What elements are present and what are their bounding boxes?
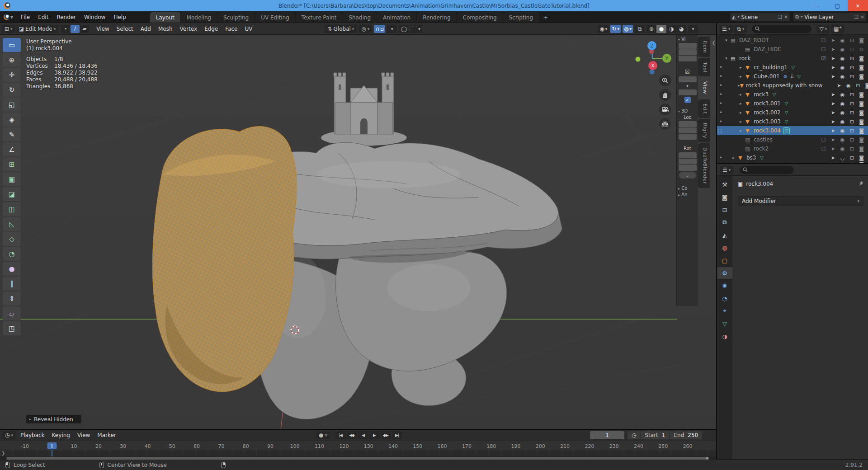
operator-panel[interactable]: ▸ Reveal Hidden — [26, 414, 82, 424]
selectability-icon[interactable]: ➤ — [828, 119, 838, 125]
outliner-filter-button[interactable]: ▽▾ — [816, 25, 830, 33]
tab-object-data[interactable]: ▽ — [717, 318, 732, 329]
jump-end-button[interactable]: ▶| — [392, 431, 402, 439]
zoom-button[interactable] — [659, 75, 671, 86]
viewport-canvas[interactable]: User Perspective (1) rock3.004 Objects1/… — [0, 35, 716, 429]
collection-checkbox[interactable] — [819, 38, 828, 43]
selectability-icon[interactable]: ➤ — [828, 65, 838, 70]
tool-bevel[interactable]: ◪ — [3, 187, 21, 201]
delete-scene-button[interactable]: × — [784, 14, 788, 20]
tool-cursor[interactable]: ⊕ — [3, 53, 21, 67]
outliner-row[interactable]: • ⛶ DAZ_ROOT ⚙ ⠿ ▽ ➤ — [717, 36, 868, 45]
auto-keyframe-button[interactable]: ●▾ — [316, 432, 330, 439]
timeline-editor-type-button[interactable]: ◷▾ — [2, 431, 16, 439]
timeline-ruler[interactable]: -101020304050607080901001101201301401501… — [0, 441, 716, 451]
tool-scale[interactable]: ◱ — [3, 98, 21, 112]
jump-start-button[interactable]: |◀ — [335, 431, 346, 439]
sidebar-field[interactable] — [679, 89, 697, 95]
tool-annotate[interactable]: ✎ — [3, 127, 21, 141]
play-reverse-button[interactable]: ◀ — [358, 431, 368, 439]
workspace-tab[interactable]: Modeling — [181, 12, 218, 23]
expand-icon[interactable] — [738, 110, 744, 115]
location-y-field[interactable] — [679, 127, 697, 133]
render-disable-icon[interactable] — [857, 74, 866, 80]
tool-rotate[interactable]: ↻ — [3, 83, 21, 97]
collection-checkbox[interactable] — [819, 47, 828, 52]
tool-smooth[interactable]: ● — [3, 262, 21, 276]
viewport-disable-icon[interactable]: ⊡ — [847, 47, 857, 52]
location-x-field[interactable] — [679, 121, 697, 127]
tool-knife[interactable]: ◺ — [3, 217, 21, 231]
tool-shear[interactable]: ▱ — [3, 306, 21, 320]
outliner-row[interactable]: • ⛶ rock3.004 ⚙ ⠿ ▽ ➤ — [717, 126, 868, 135]
render-disable-icon[interactable] — [857, 65, 866, 70]
outliner-row[interactable]: • ⛶ bs3 ⚙ ⠿ ▽ ➤ ⊡ — [717, 153, 868, 162]
menu-item[interactable]: Edit — [34, 11, 52, 23]
outliner-display-mode-button[interactable]: ☰▾ — [719, 25, 733, 33]
panel-view-header[interactable]: Vi — [681, 37, 685, 42]
visibility-eye-icon[interactable] — [838, 119, 847, 125]
render-disable-icon[interactable] — [857, 47, 866, 52]
minimize-button[interactable]: — — [807, 0, 827, 11]
outliner-row[interactable]: • ⛶ rock ⚙ ⠿ ▽ ➤ ⊡ — [717, 54, 868, 63]
xray-toggle[interactable]: ⧉ — [635, 25, 645, 33]
show-gizmo-toggle[interactable]: ↻ ▾ — [610, 25, 621, 33]
snap-settings-dropdown[interactable]: ▾ — [387, 25, 397, 33]
view-layer-selector[interactable]: ⧉ ▾ View Layer ❏ × — [793, 13, 866, 21]
outliner-row[interactable]: • ⛶ rock3 ⚙ ⠿ ▽ ➤ ⊡ — [717, 90, 868, 99]
scene-selector[interactable]: ◭ ▾ Scene ❏ × — [730, 13, 790, 21]
shading-dropdown[interactable]: ▾ — [688, 25, 698, 33]
tab-object[interactable]: ▢ — [717, 254, 732, 266]
maximize-button[interactable]: ▢ — [827, 0, 848, 11]
visibility-eye-icon[interactable] — [838, 92, 847, 98]
sidebar-field[interactable] — [679, 43, 697, 49]
timeline-channels[interactable] — [0, 451, 716, 456]
render-disable-icon[interactable] — [857, 56, 866, 61]
workspace-tab[interactable]: Animation — [377, 12, 417, 23]
viewport-menu-item[interactable]: UV — [241, 26, 256, 32]
prev-keyframe-button[interactable]: ◀◆ — [347, 431, 357, 439]
tab-modifiers[interactable]: ⚙ — [717, 267, 732, 279]
selectability-icon[interactable]: ➤ — [828, 137, 838, 143]
workspace-tab[interactable]: UV Editing — [255, 12, 296, 23]
tab-material[interactable]: ◑ — [717, 330, 732, 342]
expand-icon[interactable] — [738, 74, 744, 79]
tab-tool[interactable]: Tool — [698, 58, 710, 76]
outliner-row[interactable]: • ⛶ ⚙ ⠿ ▽ ➤ ⊡ — [717, 162, 868, 163]
visibility-eye-icon[interactable] — [838, 137, 847, 143]
tool-extrude-region[interactable]: ⊞ — [3, 157, 21, 171]
pivot-point-selector[interactable]: ◎ ▾ — [359, 25, 372, 33]
collection-checkbox[interactable] — [819, 56, 828, 61]
selectability-icon[interactable]: ➤ — [828, 128, 838, 134]
selectability-icon[interactable]: ➤ — [828, 155, 838, 161]
sidebar-checkbox[interactable]: ✓ — [684, 97, 691, 103]
selectability-icon[interactable]: ➤ — [828, 38, 838, 43]
tool-poly-build[interactable]: ◇ — [3, 232, 21, 246]
mode-selector[interactable]: ◪ Edit Mode ▾ — [16, 25, 59, 33]
render-disable-icon[interactable] — [857, 155, 866, 161]
render-disable-icon[interactable] — [857, 101, 866, 107]
viewport-disable-icon[interactable]: ⊡ — [847, 128, 857, 134]
snap-toggle[interactable]: ∩ ▫ — [374, 25, 385, 33]
current-frame-field[interactable]: 1 — [590, 431, 624, 439]
tab-scene[interactable]: ◭ — [717, 229, 732, 241]
panel-3d-cursor-header[interactable]: 3D — [681, 108, 688, 113]
camera-view-button[interactable] — [659, 103, 671, 115]
proportional-editing-toggle[interactable]: ◯ — [399, 25, 409, 33]
tab-item[interactable]: Item — [698, 37, 710, 57]
tab-physics[interactable]: ◔ — [717, 292, 732, 304]
sidebar-field[interactable] — [679, 56, 697, 61]
visibility-eye-icon[interactable] — [838, 47, 847, 52]
expand-icon[interactable] — [738, 101, 744, 106]
render-disable-icon[interactable] — [863, 83, 868, 89]
pin-icon[interactable] — [859, 180, 863, 187]
properties-search-input[interactable] — [740, 166, 794, 174]
add-workspace-button[interactable]: + — [539, 12, 552, 23]
visibility-eye-icon[interactable] — [844, 83, 853, 89]
transform-orientation-selector[interactable]: ⇅ Global ▾ — [325, 25, 357, 33]
current-frame-badge[interactable]: 1 — [47, 442, 57, 449]
viewport-menu-item[interactable]: Select — [113, 26, 137, 32]
viewport-disable-icon[interactable]: ⊡ — [847, 92, 857, 98]
selectability-icon[interactable]: ➤ — [828, 47, 838, 52]
select-mode-edge[interactable]: ∕ — [71, 25, 80, 33]
